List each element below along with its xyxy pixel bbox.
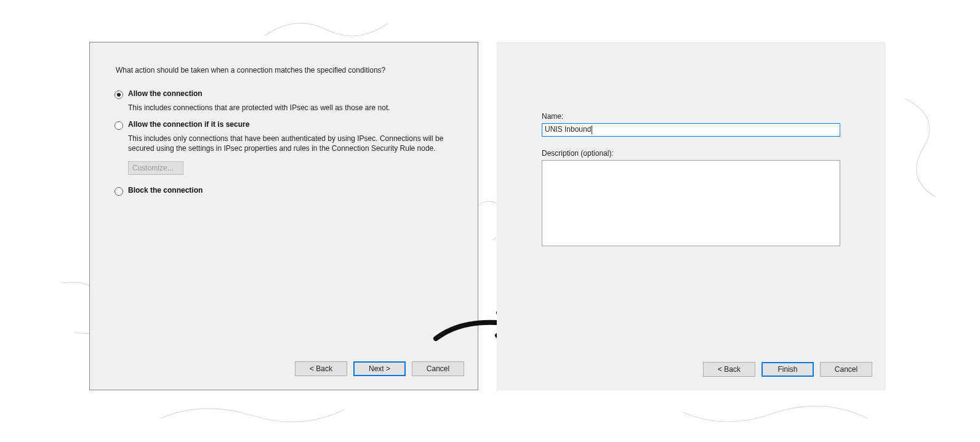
name-input-value: UNIS Inbound (545, 125, 591, 134)
text-caret-icon (592, 126, 592, 134)
back-button[interactable]: < Back (295, 361, 347, 376)
description-label: Description (optional): (542, 149, 841, 158)
wizard-button-row: < Back Finish Cancel (703, 362, 872, 377)
radio-description: This includes connections that are prote… (128, 103, 448, 113)
radio-icon[interactable] (114, 90, 123, 99)
radio-description: This includes only connections that have… (128, 134, 448, 153)
name-label: Name: (542, 112, 841, 121)
customize-button: Customize... (128, 161, 183, 175)
cancel-button[interactable]: Cancel (820, 362, 872, 377)
radio-icon[interactable] (114, 121, 123, 130)
radio-label: Allow the connection if it is secure (128, 120, 249, 129)
name-step-dialog: Name: UNIS Inbound Description (optional… (497, 42, 886, 390)
radio-label: Block the connection (128, 186, 203, 195)
cancel-button[interactable]: Cancel (412, 361, 464, 376)
radio-icon[interactable] (114, 187, 123, 196)
question-text: What action should be taken when a conne… (116, 66, 385, 74)
description-input[interactable] (542, 160, 840, 246)
action-step-dialog: What action should be taken when a conne… (89, 42, 478, 390)
next-button[interactable]: Next > (353, 361, 406, 376)
name-input[interactable]: UNIS Inbound (542, 123, 840, 137)
back-button[interactable]: < Back (703, 362, 755, 377)
decor-squiggle (154, 394, 351, 437)
radio-label: Allow the connection (128, 89, 203, 98)
finish-button[interactable]: Finish (761, 362, 814, 377)
action-radio-group: Allow the connection This includes conne… (114, 89, 459, 199)
decor-squiggle (886, 92, 960, 203)
radio-option-allow-secure[interactable]: Allow the connection if it is secure (114, 120, 459, 130)
radio-option-block[interactable]: Block the connection (114, 186, 459, 196)
decor-squiggle (677, 394, 874, 437)
wizard-button-row: < Back Next > Cancel (295, 361, 464, 376)
radio-option-allow[interactable]: Allow the connection (114, 89, 459, 99)
fields: Name: UNIS Inbound Description (optional… (542, 112, 841, 246)
